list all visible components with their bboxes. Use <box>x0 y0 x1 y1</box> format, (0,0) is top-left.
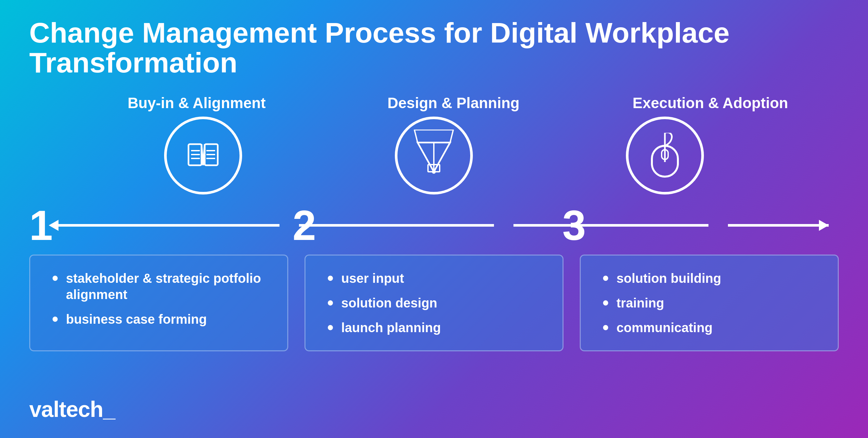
phase-headers: Buy-in & Alignment Design & Planning Exe… <box>29 94 839 112</box>
phase-1-card: stakeholder & strategic potfolio alignme… <box>29 255 288 351</box>
phase-3-item-3: communicating <box>598 319 820 336</box>
phase-label-1: Buy-in & Alignment <box>68 94 325 112</box>
mouse-icon <box>647 133 683 178</box>
svg-line-20 <box>450 130 453 142</box>
phase-2-card: user input solution design launch planni… <box>305 255 563 351</box>
phase-3-item-1: solution building <box>598 270 820 287</box>
phase-number-2: 2 <box>292 204 316 246</box>
pen-tool-icon <box>411 130 457 181</box>
svg-rect-26 <box>299 224 494 227</box>
book-icon <box>182 134 224 177</box>
page-title: Change Management Process for Digital Wo… <box>29 18 839 78</box>
phase-2-icon-circle <box>395 116 473 195</box>
logo-underscore: _ <box>103 397 115 422</box>
svg-rect-27 <box>514 224 708 227</box>
svg-line-19 <box>414 130 417 142</box>
phase-1-list: stakeholder & strategic potfolio alignme… <box>48 270 270 327</box>
phase-3-icon-circle <box>626 116 704 195</box>
phase-1-item-2: business case forming <box>48 311 270 327</box>
phase-2-item-1: user input <box>323 270 545 287</box>
phase-2-list: user input solution design launch planni… <box>323 270 545 336</box>
svg-marker-29 <box>819 220 829 231</box>
phase-3-list: solution building training communicating <box>598 270 820 336</box>
phase-1-item-1: stakeholder & strategic potfolio alignme… <box>48 270 270 303</box>
phase-3-card: solution building training communicating <box>580 255 839 351</box>
phase-label-2: Design & Planning <box>325 94 582 112</box>
phase-number-3: 3 <box>562 204 586 246</box>
phase-label-3: Execution & Adoption <box>582 94 839 112</box>
phase-2-item-2: solution design <box>323 295 545 311</box>
phase-3-item-2: training <box>598 295 820 311</box>
brand-logo: valtech_ <box>29 397 839 422</box>
timeline-svg <box>29 217 839 233</box>
page-background: Change Management Process for Digital Wo… <box>0 0 868 438</box>
svg-rect-28 <box>728 224 829 227</box>
svg-line-14 <box>417 142 434 172</box>
cards-area: stakeholder & strategic potfolio alignme… <box>29 255 839 351</box>
diagram: Buy-in & Alignment Design & Planning Exe… <box>29 94 839 387</box>
svg-line-15 <box>434 142 450 172</box>
logo-text: valtech <box>29 397 103 422</box>
phase-1-icon-circle <box>164 116 242 195</box>
phase-number-1: 1 <box>29 204 53 246</box>
phase-2-item-3: launch planning <box>323 319 545 336</box>
svg-rect-25 <box>59 224 279 227</box>
timeline-line-container <box>29 217 839 233</box>
icons-area <box>29 116 839 195</box>
timeline-row: 1 2 3 <box>29 203 839 248</box>
